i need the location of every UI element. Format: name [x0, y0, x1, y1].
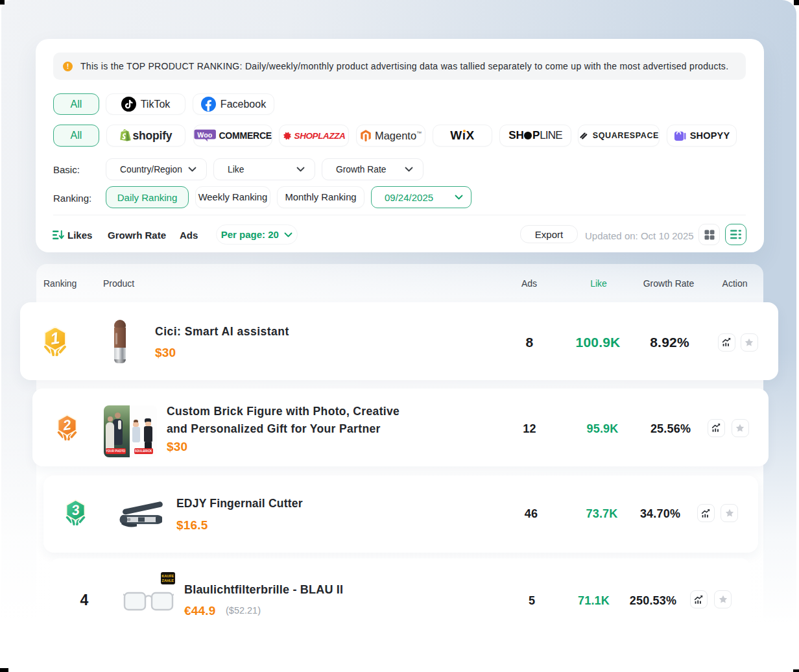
svg-text:Woo: Woo: [197, 131, 212, 139]
